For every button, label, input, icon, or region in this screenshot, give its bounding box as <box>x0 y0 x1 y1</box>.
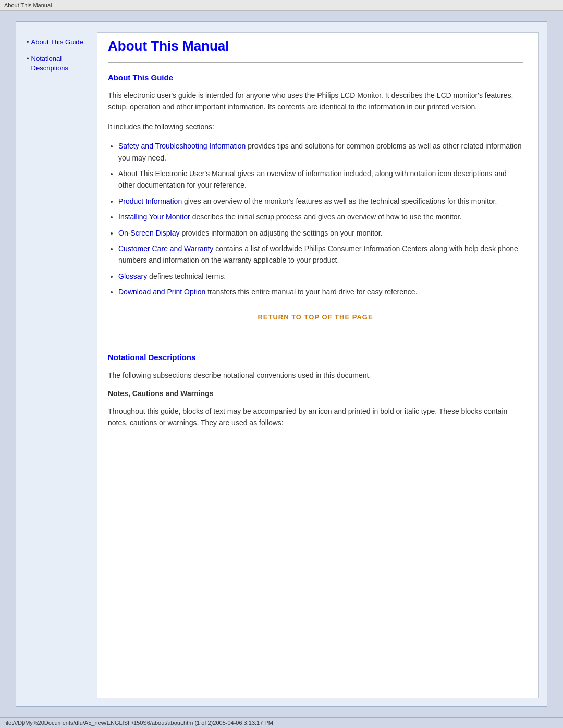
list-item: Glossary defines technical terms. <box>118 270 523 282</box>
sidebar-link-about[interactable]: About This Guide <box>31 38 83 47</box>
list-item-text-2: gives an overview of the monitor's featu… <box>182 197 497 205</box>
list-item: Customer Care and Warranty contains a li… <box>118 243 523 266</box>
list-item: Safety and Troubleshooting Information p… <box>118 140 523 164</box>
status-bar-text: file:///D|/My%20Documents/dfu/A5_new/ENG… <box>4 720 273 726</box>
list-item-text-6: defines technical terms. <box>147 272 226 280</box>
list-item: Product Information gives an overview of… <box>118 195 523 207</box>
title-bar: About This Manual <box>0 0 563 11</box>
link-download[interactable]: Download and Print Option <box>118 288 205 296</box>
intro-paragraph-2: It includes the following sections: <box>108 121 523 132</box>
list-item-text-7: transfers this entire manual to your har… <box>205 288 417 296</box>
sidebar-item-notational[interactable]: • Notational Descriptions <box>27 54 89 76</box>
section-title-notational: Notational Descriptions <box>108 353 523 362</box>
link-osd[interactable]: On-Screen Display <box>118 229 180 237</box>
link-glossary[interactable]: Glossary <box>118 272 147 280</box>
section-about-this-guide: About This Guide This electronic user's … <box>108 73 523 321</box>
notational-body2: Throughout this guide, blocks of text ma… <box>108 405 523 429</box>
link-installing[interactable]: Installing Your Monitor <box>118 213 190 221</box>
main-wrapper: • About This Guide • Notational Descript… <box>0 11 563 717</box>
section-title-about: About This Guide <box>108 73 523 82</box>
bullet-dot-2: • <box>27 55 29 63</box>
link-product[interactable]: Product Information <box>118 197 182 205</box>
list-item-text-1: About This Electronic User's Manual give… <box>118 169 507 189</box>
list-item-text-3: describes the initial setup process and … <box>190 213 462 221</box>
main-content: About This Manual About This Guide This … <box>97 32 539 698</box>
notes-cautions-title: Notes, Cautions and Warnings <box>108 389 523 398</box>
list-item-text-4: provides information on adjusting the se… <box>180 229 383 237</box>
status-bar: file:///D|/My%20Documents/dfu/A5_new/ENG… <box>0 717 563 728</box>
notational-body1: The following subsections describe notat… <box>108 369 523 381</box>
return-to-top-link[interactable]: RETURN TO TOP OF THE PAGE <box>108 313 523 321</box>
sidebar: • About This Guide • Notational Descript… <box>16 32 94 706</box>
link-safety[interactable]: Safety and Troubleshooting Information <box>118 142 246 150</box>
list-item: Installing Your Monitor describes the in… <box>118 211 523 223</box>
list-item: Download and Print Option transfers this… <box>118 286 523 298</box>
title-divider <box>108 62 523 63</box>
link-customer[interactable]: Customer Care and Warranty <box>118 244 213 253</box>
content-box: • About This Guide • Notational Descript… <box>16 21 547 707</box>
title-bar-text: About This Manual <box>4 2 52 8</box>
section-notational: Notational Descriptions The following su… <box>108 353 523 428</box>
sections-list: Safety and Troubleshooting Information p… <box>118 140 523 298</box>
page-title: About This Manual <box>108 33 523 54</box>
sidebar-item-about[interactable]: • About This Guide <box>27 38 89 50</box>
list-item: On-Screen Display provides information o… <box>118 227 523 239</box>
list-item: About This Electronic User's Manual give… <box>118 168 523 191</box>
inner-layout: • About This Guide • Notational Descript… <box>16 22 547 706</box>
intro-paragraph-1: This electronic user's guide is intended… <box>108 90 523 113</box>
bullet-dot-1: • <box>27 38 29 46</box>
section-divider <box>108 342 523 342</box>
sidebar-link-notational[interactable]: Notational Descriptions <box>31 54 89 73</box>
